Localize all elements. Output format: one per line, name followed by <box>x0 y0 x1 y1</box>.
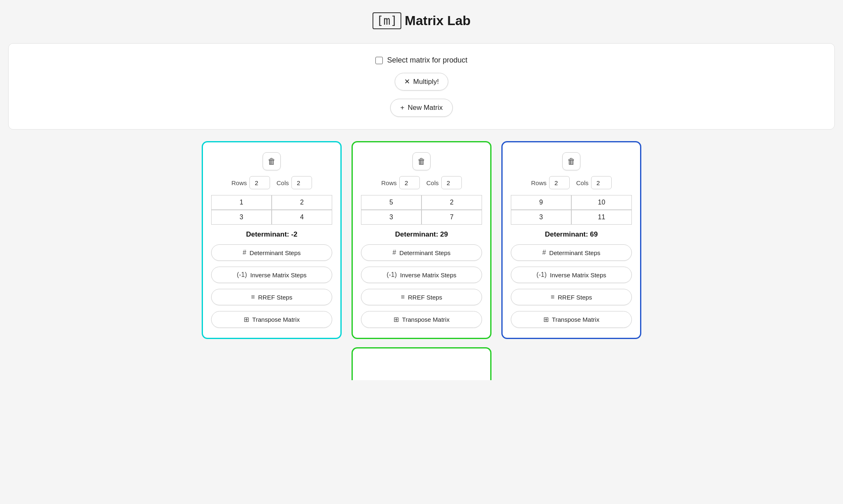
table-row <box>511 195 632 210</box>
rows-cols-row-3: RowsCols <box>531 176 612 189</box>
matrix-3-cell-1-0[interactable] <box>511 210 571 225</box>
matrix-card-2: 🗑RowsColsDeterminant: 29#Determinant Ste… <box>352 141 491 339</box>
matrix-1-cell-0-0[interactable] <box>211 195 272 210</box>
determinant-steps-icon-1: # <box>242 249 246 256</box>
determinant-steps-label-3: Determinant Steps <box>549 249 600 256</box>
rows-group-1: Rows <box>231 176 270 189</box>
determinant-label-1: Determinant: -2 <box>246 230 298 239</box>
new-matrix-label: New Matrix <box>408 104 442 112</box>
transpose-matrix-icon-1: ⊞ <box>244 316 249 323</box>
app-title-text: Matrix Lab <box>405 13 470 28</box>
delete-matrix-3-button[interactable]: 🗑 <box>562 152 580 170</box>
table-row <box>211 210 332 225</box>
matrices-grid: 🗑RowsColsDeterminant: -2#Determinant Ste… <box>8 141 835 339</box>
select-matrix-row: Select matrix for product <box>375 56 467 65</box>
determinant-steps-button-3[interactable]: #Determinant Steps <box>511 244 632 261</box>
rows-cols-row-1: RowsCols <box>231 176 312 189</box>
transpose-matrix-button-3[interactable]: ⊞Transpose Matrix <box>511 311 632 328</box>
rref-steps-button-1[interactable]: ≡RREF Steps <box>211 289 332 305</box>
transpose-matrix-button-1[interactable]: ⊞Transpose Matrix <box>211 311 332 328</box>
inverse-matrix-steps-label-3: Inverse Matrix Steps <box>550 272 606 279</box>
matrix-2-cell-1-0[interactable] <box>361 210 422 225</box>
app-title: [m] Matrix Lab <box>12 12 831 29</box>
rows-group-2: Rows <box>381 176 420 189</box>
new-matrix-plus-icon: + <box>401 104 405 112</box>
inverse-matrix-steps-button-3[interactable]: (-1)Inverse Matrix Steps <box>511 267 632 283</box>
rows-input-3[interactable] <box>549 176 570 189</box>
inverse-matrix-steps-icon-1: (-1) <box>237 271 247 279</box>
table-row <box>211 195 332 210</box>
transpose-matrix-label-1: Transpose Matrix <box>252 316 300 323</box>
rows-label-2: Rows <box>381 179 397 186</box>
table-row <box>361 210 482 225</box>
determinant-label-2: Determinant: 29 <box>395 230 448 239</box>
bottom-partial-row <box>8 347 835 380</box>
cols-group-3: Cols <box>576 176 612 189</box>
inverse-matrix-steps-label-1: Inverse Matrix Steps <box>250 272 307 279</box>
rref-steps-button-3[interactable]: ≡RREF Steps <box>511 289 632 305</box>
app-header: [m] Matrix Lab <box>8 8 835 33</box>
inverse-matrix-steps-button-2[interactable]: (-1)Inverse Matrix Steps <box>361 267 482 283</box>
select-matrix-label: Select matrix for product <box>387 56 467 65</box>
determinant-steps-button-1[interactable]: #Determinant Steps <box>211 244 332 261</box>
rows-label-1: Rows <box>231 179 247 186</box>
app-logo-icon: [m] <box>373 12 402 29</box>
rref-steps-icon-1: ≡ <box>251 293 255 301</box>
determinant-steps-label-2: Determinant Steps <box>399 249 450 256</box>
rows-input-2[interactable] <box>399 176 420 189</box>
select-matrix-checkbox[interactable] <box>375 57 383 64</box>
matrix-card-1: 🗑RowsColsDeterminant: -2#Determinant Ste… <box>202 141 342 339</box>
matrix-2-cell-0-1[interactable] <box>422 195 482 210</box>
top-panel: Select matrix for product ✕ Multiply! + … <box>8 43 835 130</box>
delete-matrix-2-button[interactable]: 🗑 <box>412 152 431 170</box>
cols-input-3[interactable] <box>591 176 612 189</box>
cols-input-2[interactable] <box>441 176 462 189</box>
rows-cols-row-2: RowsCols <box>381 176 462 189</box>
transpose-matrix-icon-2: ⊞ <box>394 316 399 323</box>
cols-group-2: Cols <box>426 176 462 189</box>
cols-label-3: Cols <box>576 179 589 186</box>
matrix-table-3 <box>511 195 632 225</box>
matrix-table-1 <box>211 195 332 225</box>
matrix-3-cell-0-0[interactable] <box>511 195 571 210</box>
matrix-2-cell-1-1[interactable] <box>422 210 482 225</box>
delete-matrix-1-button[interactable]: 🗑 <box>263 152 281 170</box>
cols-input-1[interactable] <box>291 176 312 189</box>
determinant-label-3: Determinant: 69 <box>545 230 598 239</box>
inverse-matrix-steps-button-1[interactable]: (-1)Inverse Matrix Steps <box>211 267 332 283</box>
cols-label-1: Cols <box>277 179 289 186</box>
rref-steps-label-2: RREF Steps <box>408 294 442 301</box>
rows-input-1[interactable] <box>249 176 270 189</box>
table-row <box>361 195 482 210</box>
multiply-icon: ✕ <box>404 77 410 86</box>
rref-steps-label-3: RREF Steps <box>558 294 592 301</box>
determinant-steps-icon-2: # <box>392 249 396 256</box>
multiply-label: Multiply! <box>413 78 439 86</box>
rref-steps-button-2[interactable]: ≡RREF Steps <box>361 289 482 305</box>
matrix-card-3: 🗑RowsColsDeterminant: 69#Determinant Ste… <box>501 141 641 339</box>
matrix-table-2 <box>361 195 482 225</box>
matrix-1-cell-0-1[interactable] <box>272 195 332 210</box>
cols-group-1: Cols <box>277 176 312 189</box>
table-row <box>511 210 632 225</box>
rref-steps-icon-3: ≡ <box>551 293 554 301</box>
determinant-steps-button-2[interactable]: #Determinant Steps <box>361 244 482 261</box>
matrix-2-cell-0-0[interactable] <box>361 195 422 210</box>
rows-label-3: Rows <box>531 179 547 186</box>
rref-steps-icon-2: ≡ <box>401 293 405 301</box>
determinant-steps-label-1: Determinant Steps <box>249 249 300 256</box>
matrix-3-cell-1-1[interactable] <box>571 210 632 225</box>
rref-steps-label-1: RREF Steps <box>258 294 292 301</box>
inverse-matrix-steps-label-2: Inverse Matrix Steps <box>400 272 456 279</box>
multiply-button[interactable]: ✕ Multiply! <box>395 73 448 91</box>
transpose-matrix-button-2[interactable]: ⊞Transpose Matrix <box>361 311 482 328</box>
new-matrix-button[interactable]: + New Matrix <box>390 99 453 117</box>
matrix-1-cell-1-1[interactable] <box>272 210 332 225</box>
inverse-matrix-steps-icon-2: (-1) <box>387 271 397 279</box>
rows-group-3: Rows <box>531 176 570 189</box>
matrix-1-cell-1-0[interactable] <box>211 210 272 225</box>
partial-matrix-card <box>352 347 491 380</box>
cols-label-2: Cols <box>426 179 439 186</box>
transpose-matrix-label-3: Transpose Matrix <box>552 316 599 323</box>
matrix-3-cell-0-1[interactable] <box>571 195 632 210</box>
